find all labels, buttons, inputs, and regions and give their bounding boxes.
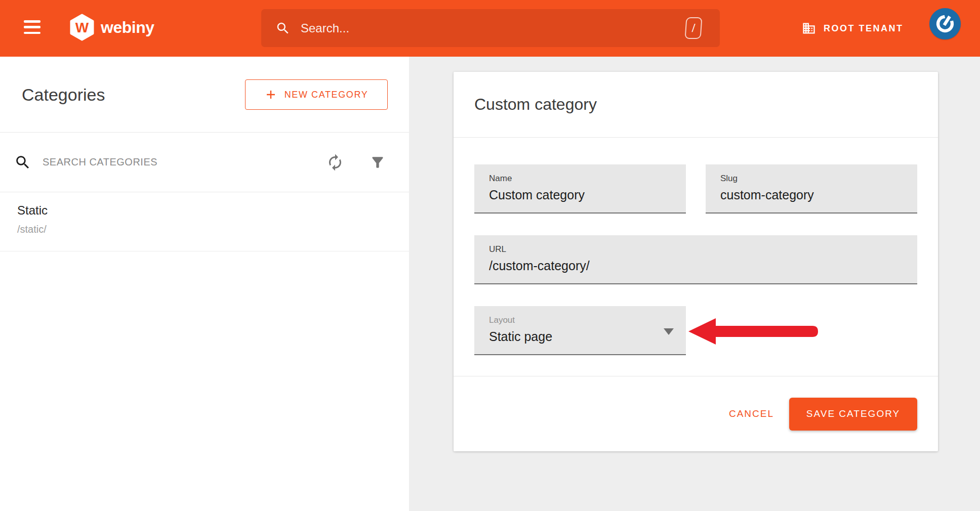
search-icon xyxy=(275,21,291,36)
url-input[interactable] xyxy=(489,259,883,273)
filter-icon xyxy=(370,154,386,171)
form-header: Custom category xyxy=(454,72,938,138)
category-url: /static/ xyxy=(17,224,409,235)
slash-shortcut-badge: / xyxy=(684,17,702,39)
name-input[interactable] xyxy=(489,188,670,202)
layout-dropdown[interactable]: Layout Static page xyxy=(474,306,686,355)
svg-text:W: W xyxy=(75,20,89,35)
new-category-button-label: NEW CATEGORY xyxy=(284,90,369,100)
search-icon xyxy=(14,154,31,171)
slug-field-label: Slug xyxy=(720,174,917,184)
category-form-card: Custom category Name Slug URL xyxy=(454,72,938,451)
filter-button[interactable] xyxy=(366,151,389,174)
tenant-selector[interactable]: ROOT TENANT xyxy=(802,0,904,57)
categories-panel: Categories NEW CATEGORY Static /static/ xyxy=(0,57,409,511)
plus-icon xyxy=(265,89,277,101)
content-area: Custom category Name Slug URL xyxy=(409,57,980,511)
cancel-button[interactable]: CANCEL xyxy=(729,408,774,419)
new-category-button[interactable]: NEW CATEGORY xyxy=(245,79,388,110)
form-title: Custom category xyxy=(474,95,597,114)
user-avatar[interactable] xyxy=(929,8,961,39)
building-icon xyxy=(802,21,816,35)
name-field: Name xyxy=(474,164,686,214)
name-field-label: Name xyxy=(489,174,686,184)
refresh-button[interactable] xyxy=(324,151,346,174)
slug-field: Slug xyxy=(706,164,917,214)
slug-input[interactable] xyxy=(720,188,902,202)
page-title: Categories xyxy=(22,84,105,104)
categories-panel-header: Categories NEW CATEGORY xyxy=(0,57,409,133)
hamburger-icon xyxy=(24,20,40,23)
form-body: Name Slug URL Layout Static page xyxy=(454,138,938,355)
category-list-item[interactable]: Static /static/ xyxy=(0,192,409,251)
global-search-bar: / xyxy=(261,9,720,47)
form-footer: CANCEL SAVE CATEGORY xyxy=(454,376,938,451)
url-field-label: URL xyxy=(489,244,917,254)
category-name: Static xyxy=(17,203,409,218)
categories-search-input[interactable] xyxy=(43,156,260,168)
power-icon xyxy=(930,9,960,38)
save-category-button[interactable]: SAVE CATEGORY xyxy=(789,398,917,431)
webiny-hexagon-icon: W xyxy=(70,14,94,41)
layout-selected-value: Static page xyxy=(489,329,686,344)
chevron-down-icon xyxy=(664,328,674,335)
categories-search-row xyxy=(0,133,409,192)
webiny-logo[interactable]: W webiny xyxy=(70,14,154,41)
refresh-icon xyxy=(326,153,344,172)
tenant-label: ROOT TENANT xyxy=(824,23,904,34)
global-search-input[interactable] xyxy=(301,21,685,35)
url-field: URL xyxy=(474,235,917,284)
layout-field-label: Layout xyxy=(489,315,686,325)
menu-button[interactable] xyxy=(24,20,40,34)
app-header: W webiny / ROOT TENANT xyxy=(0,0,980,57)
logo-wordmark: webiny xyxy=(101,18,154,37)
